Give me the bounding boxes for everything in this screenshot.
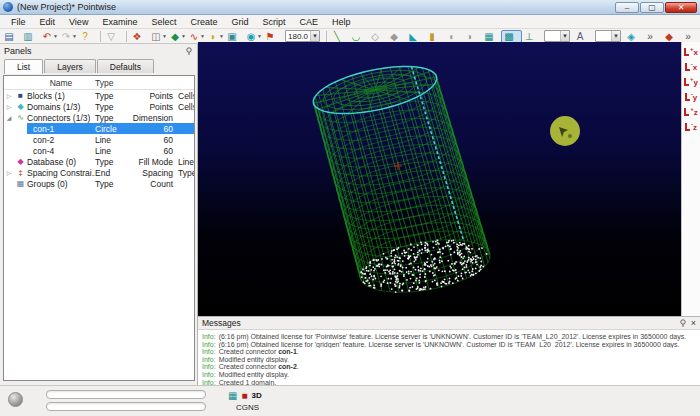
panel-tab[interactable]: Layers — [44, 59, 96, 73]
undo-icon[interactable]: ↶ ▼ — [40, 30, 59, 43]
curve-icon[interactable]: ◡ — [349, 30, 368, 43]
menu-item[interactable]: Examine — [95, 15, 144, 29]
line-icon[interactable]: ╲ — [330, 30, 349, 43]
view-minus-x-button[interactable]: - x — [683, 60, 699, 74]
menu-item[interactable]: Script — [255, 15, 292, 29]
spacing-combo[interactable]: ▼ — [595, 30, 621, 42]
flag-icon[interactable]: ⚑ — [263, 30, 282, 43]
combo-arrow-icon[interactable]: ▼ — [310, 31, 319, 41]
close-button[interactable]: ✕ — [665, 2, 697, 13]
axis-bracket-icon — [685, 63, 690, 71]
tree-row[interactable]: con-2 Line 60 — [4, 134, 194, 145]
tree-expand-icon[interactable]: ▷ — [4, 169, 14, 176]
menu-item[interactable]: File — [4, 15, 33, 29]
messages-log: Info:(6:16 pm) Obtained license for 'Poi… — [198, 330, 700, 386]
assemble-right-icon[interactable]: ◗ — [463, 30, 482, 43]
structured-grid-icon[interactable]: ▦ — [482, 30, 501, 43]
menu-item[interactable]: Grid — [224, 15, 255, 29]
surface-icon[interactable]: ◇ — [368, 30, 387, 43]
domain-icon[interactable]: ◆ ▼ — [168, 30, 187, 43]
pin-icon[interactable] — [185, 47, 193, 55]
tree-row[interactable]: ◆ Database (0) Type Fill Mode Line ... — [4, 156, 194, 167]
tree-row[interactable]: ▦ Groups (0) Type Count — [4, 178, 194, 189]
solid-icon[interactable]: ◆ — [387, 30, 406, 43]
tree-expand-icon[interactable]: ▷ — [4, 92, 14, 99]
angle-combo[interactable]: 180.0 ▼ — [285, 30, 320, 42]
dimension-icon[interactable]: ⊥ — [522, 30, 541, 43]
panel-tabs: List Layers Defaults — [0, 57, 197, 73]
view-minus-z-button[interactable]: - z — [683, 120, 699, 134]
tree-row[interactable]: ▷ ‡ Spacing Constrai... End Spacing Type — [4, 167, 194, 178]
menu-item[interactable]: Help — [325, 15, 358, 29]
tree-row[interactable]: con-4 Line 60 — [4, 145, 194, 156]
viewport-3d[interactable] — [198, 42, 681, 316]
menu-item[interactable]: Edit — [33, 15, 63, 29]
menu-item[interactable]: Select — [144, 15, 183, 29]
highlight-icon[interactable]: ◈ — [624, 30, 643, 43]
menu-item[interactable]: CAE — [292, 15, 325, 29]
panel-tab[interactable]: List — [4, 59, 43, 74]
panel-tab[interactable]: Defaults — [97, 59, 154, 73]
rotate-icon[interactable]: ◉ ▼ — [244, 30, 263, 43]
grid-type-icon: ▦ — [228, 390, 237, 401]
close-icon[interactable]: × — [691, 319, 696, 328]
overflow-icon[interactable]: » — [643, 30, 662, 43]
view-plus-z-button[interactable]: + z — [683, 105, 699, 119]
combo-arrow-icon[interactable]: ▼ — [560, 31, 569, 41]
combo-arrow-icon[interactable]: ▼ — [611, 31, 620, 41]
entity-type-icon: ■ — [14, 91, 27, 100]
column-header-name[interactable]: Name — [27, 78, 95, 88]
status-bar: ▦ ■ 3D CGNS — [0, 385, 700, 416]
minimize-button[interactable]: – — [615, 2, 639, 13]
unstructured-grid-icon[interactable]: ▩ — [501, 30, 522, 43]
message-line: Info:(6:16 pm) Obtained license for 'Poi… — [202, 333, 700, 341]
pointwise-window: (New Project)* Pointwise – ▢ ✕ File Edit… — [0, 0, 700, 416]
pin-icon[interactable] — [679, 319, 687, 327]
toolbar-separator — [126, 31, 127, 42]
view-plus-x-button[interactable]: + x — [683, 45, 699, 59]
assemble-left-icon[interactable]: ◖ — [444, 30, 463, 43]
panels-title: Panels — [4, 46, 32, 56]
axis-bracket-icon — [684, 108, 689, 116]
entity-type-icon: ◆ — [14, 102, 27, 111]
image-icon[interactable]: ▣ — [225, 30, 244, 43]
tree-expand-icon[interactable]: ◢ — [4, 114, 14, 121]
toolbar-separator — [326, 31, 327, 42]
redo-icon[interactable]: ↷ ▼ — [59, 30, 78, 43]
wedge-icon[interactable]: ◣ — [406, 30, 425, 43]
entity-tree: Name Type ▷ ■ Blocks (1) Type Points Cel… — [3, 75, 195, 381]
tree-expand-icon[interactable]: ▷ — [4, 103, 14, 110]
export-icon[interactable]: ▥ — [21, 30, 40, 43]
tree-row[interactable]: con-1 Circle 60 — [4, 123, 194, 134]
cae-mask-icon[interactable]: ◆ — [662, 30, 681, 43]
palette-icon[interactable]: ❖ — [130, 30, 149, 43]
overflow2-icon[interactable]: » — [681, 30, 700, 43]
tree-row[interactable]: ▷ ■ Blocks (1) Type Points Cells — [4, 90, 194, 101]
tree-header: Name Type — [4, 76, 194, 90]
block-icon[interactable]: ▮ — [425, 30, 444, 43]
font-icon[interactable]: A — [573, 30, 592, 43]
dimension-combo[interactable]: ▼ — [544, 30, 570, 42]
help-icon[interactable]: ? — [78, 30, 97, 43]
tree-row[interactable]: ▷ ◆ Domains (1/3) Type Points Cells — [4, 101, 194, 112]
cursor-indicator — [550, 116, 580, 146]
message-line: Info:Created connector con-1. — [202, 348, 700, 356]
axis-bracket-icon — [684, 78, 689, 86]
database-icon[interactable]: ◗ ▼ — [206, 30, 225, 43]
menu-item[interactable]: Create — [183, 15, 224, 29]
view-toolbar: + x - x + y - y + — [681, 42, 700, 316]
angle-value: 180.0 — [286, 32, 310, 41]
axis-bracket-icon — [684, 48, 689, 56]
mask-icon[interactable]: ▽ — [104, 30, 123, 43]
connector-icon[interactable]: ∿ ▼ — [187, 30, 206, 43]
tree-row[interactable]: ◢ ∿ Connectors (1/3) Type Dimension — [4, 112, 194, 123]
menu-item[interactable]: View — [62, 15, 95, 29]
entity-type-icon: ‡ — [14, 168, 27, 177]
title-bar: (New Project)* Pointwise – ▢ ✕ — [0, 0, 700, 15]
maximize-button[interactable]: ▢ — [640, 2, 664, 13]
cube-icon[interactable]: ◫ ▼ — [149, 30, 168, 43]
view-minus-y-button[interactable]: - y — [683, 90, 699, 104]
view-plus-y-button[interactable]: + y — [683, 75, 699, 89]
save-icon[interactable]: ▤ — [2, 30, 21, 43]
column-header-type[interactable]: Type — [95, 78, 131, 88]
